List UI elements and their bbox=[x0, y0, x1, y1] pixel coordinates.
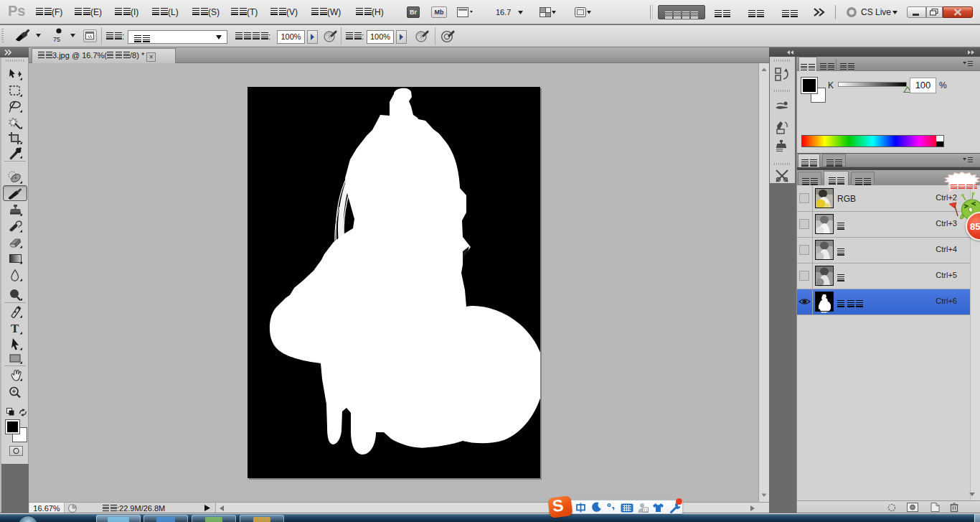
svg-text:T: T bbox=[11, 322, 19, 335]
svg-text:11: 11 bbox=[644, 508, 649, 513]
